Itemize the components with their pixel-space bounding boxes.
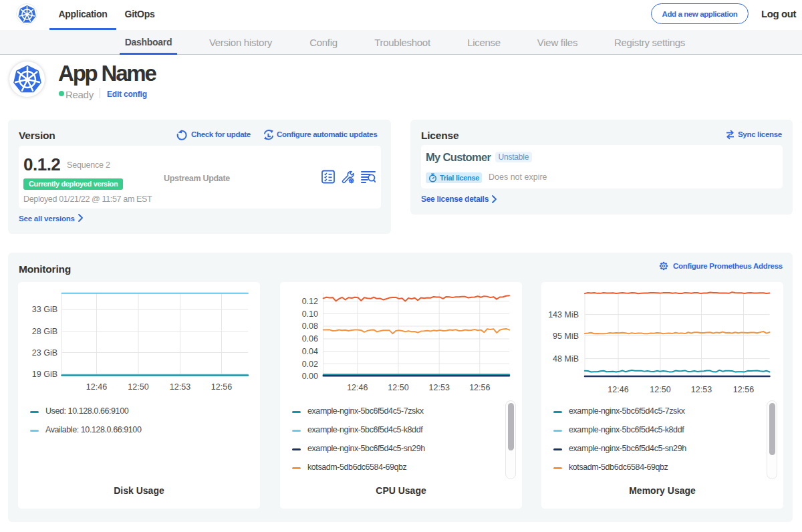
svg-text:19 GiB: 19 GiB: [32, 370, 57, 379]
svg-text:12:46: 12:46: [86, 382, 107, 392]
svg-text:143 MiB: 143 MiB: [548, 310, 579, 319]
svg-text:12:50: 12:50: [388, 383, 408, 392]
svg-text:95 MiB: 95 MiB: [553, 331, 579, 341]
svg-text:0.08: 0.08: [302, 321, 318, 331]
svg-text:0.00: 0.00: [302, 372, 318, 381]
svg-text:12:46: 12:46: [347, 383, 368, 392]
svg-text:12:50: 12:50: [650, 385, 670, 394]
svg-text:12:56: 12:56: [211, 382, 232, 392]
svg-text:12:53: 12:53: [691, 385, 712, 394]
svg-text:33 GiB: 33 GiB: [32, 305, 57, 314]
svg-text:0.02: 0.02: [302, 360, 318, 369]
svg-text:12:53: 12:53: [429, 383, 450, 392]
svg-text:48 MiB: 48 MiB: [553, 354, 579, 364]
svg-text:23 GiB: 23 GiB: [32, 348, 57, 358]
svg-text:28 GiB: 28 GiB: [32, 327, 57, 336]
svg-text:12:50: 12:50: [128, 382, 148, 392]
svg-text:0.12: 0.12: [302, 297, 318, 306]
svg-text:12:53: 12:53: [170, 382, 190, 392]
svg-text:12:56: 12:56: [469, 383, 490, 392]
svg-text:12:56: 12:56: [733, 385, 754, 394]
svg-text:0.04: 0.04: [302, 347, 318, 356]
svg-text:0.06: 0.06: [302, 334, 318, 344]
svg-text:12:46: 12:46: [608, 385, 628, 394]
svg-text:0.10: 0.10: [302, 309, 318, 319]
